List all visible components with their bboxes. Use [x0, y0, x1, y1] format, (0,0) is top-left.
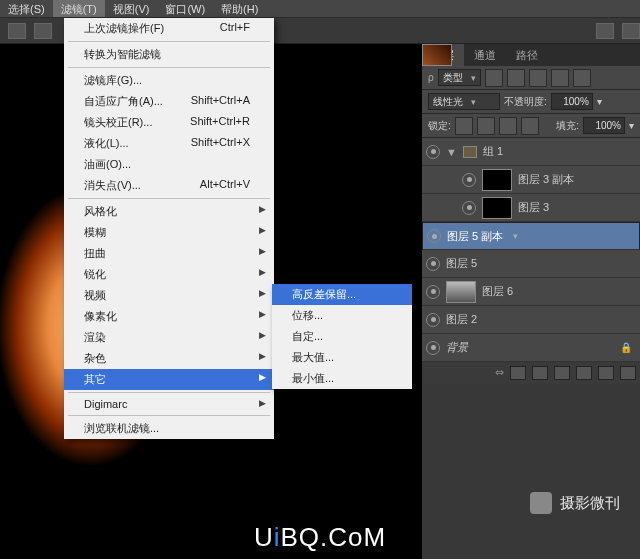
menu-item[interactable]: 液化(L)...Shift+Ctrl+X: [64, 133, 274, 154]
wechat-icon: [530, 492, 552, 514]
visibility-icon[interactable]: [462, 201, 476, 215]
lock-icon: 🔒: [620, 342, 632, 353]
group-icon[interactable]: [576, 366, 592, 380]
blend-mode-row: 线性光 不透明度: 100% ▾: [422, 90, 640, 114]
chevron-down-icon[interactable]: ▾: [597, 96, 602, 107]
layer-thumbnail: [482, 197, 512, 219]
filter-shape-icon[interactable]: [551, 69, 569, 87]
submenu-item[interactable]: 最小值...: [272, 368, 412, 389]
tool-preset-icon[interactable]: [8, 23, 26, 39]
layers-footer: ⇔: [422, 362, 640, 384]
tab-paths[interactable]: 路径: [506, 44, 548, 66]
menu-item[interactable]: 油画(O)...: [64, 154, 274, 175]
panel-tabs: 图层 通道 路径: [422, 44, 640, 66]
layer-row[interactable]: 图层 5: [422, 250, 640, 278]
fx-icon[interactable]: [510, 366, 526, 380]
visibility-icon[interactable]: [462, 173, 476, 187]
lock-position-icon[interactable]: [499, 117, 517, 135]
wechat-watermark: 摄影微刊: [530, 492, 620, 514]
layer-name: 图层 6: [482, 284, 513, 299]
right-panels: 图层 通道 路径 ρ 类型 线性光 不透明度: 100% ▾ 锁定: 填充: 1…: [422, 44, 640, 559]
site-watermark: UiBQ.CoM: [254, 522, 386, 553]
menu-item[interactable]: 镜头校正(R)...Shift+Ctrl+R: [64, 112, 274, 133]
link-icon[interactable]: ⇔: [495, 366, 504, 380]
layer-row[interactable]: 图层 3: [422, 194, 640, 222]
filter-type-icon[interactable]: [529, 69, 547, 87]
menu-filter[interactable]: 滤镜(T): [53, 0, 105, 17]
kind-select[interactable]: 类型: [438, 69, 481, 86]
menu-item[interactable]: 转换为智能滤镜: [64, 44, 274, 65]
tab-channels[interactable]: 通道: [464, 44, 506, 66]
menu-item[interactable]: 其它: [64, 369, 274, 390]
layer-row[interactable]: 背景🔒: [422, 334, 640, 362]
submenu-item[interactable]: 自定...: [272, 326, 412, 347]
menu-item[interactable]: 上次滤镜操作(F)Ctrl+F: [64, 18, 274, 39]
visibility-icon[interactable]: [426, 341, 440, 355]
menu-window[interactable]: 窗口(W): [157, 0, 213, 17]
layer-thumbnail: [446, 281, 476, 303]
filter-adjust-icon[interactable]: [507, 69, 525, 87]
lock-label: 锁定:: [428, 119, 451, 133]
opacity-label: 不透明度:: [504, 95, 547, 109]
adjustment-icon[interactable]: [554, 366, 570, 380]
visibility-icon[interactable]: [426, 313, 440, 327]
menubar: 选择(S) 滤镜(T) 视图(V) 窗口(W) 帮助(H): [0, 0, 640, 18]
menu-item[interactable]: 视频: [64, 285, 274, 306]
menu-item[interactable]: 消失点(V)...Alt+Ctrl+V: [64, 175, 274, 196]
blend-mode-select[interactable]: 线性光: [428, 93, 500, 110]
option-icon-2[interactable]: [596, 23, 614, 39]
chevron-down-icon[interactable]: ▾: [629, 120, 634, 131]
layer-name: 图层 2: [446, 312, 477, 327]
folder-icon: [463, 146, 477, 158]
trash-icon[interactable]: [620, 366, 636, 380]
menu-item[interactable]: 模糊: [64, 222, 274, 243]
menu-item[interactable]: 锐化: [64, 264, 274, 285]
fill-input[interactable]: 100%: [583, 117, 625, 134]
visibility-icon[interactable]: [426, 257, 440, 271]
visibility-icon[interactable]: [427, 229, 441, 243]
lock-image-icon[interactable]: [477, 117, 495, 135]
lock-all-icon[interactable]: [521, 117, 539, 135]
menu-item[interactable]: 渲染: [64, 327, 274, 348]
menu-item[interactable]: 像素化: [64, 306, 274, 327]
layer-thumbnail: [482, 169, 512, 191]
new-layer-icon[interactable]: [598, 366, 614, 380]
visibility-icon[interactable]: [426, 285, 440, 299]
visibility-icon[interactable]: [426, 145, 440, 159]
layer-row[interactable]: 图层 2: [422, 306, 640, 334]
lock-transparent-icon[interactable]: [455, 117, 473, 135]
submenu-item[interactable]: 最大值...: [272, 347, 412, 368]
menu-view[interactable]: 视图(V): [105, 0, 158, 17]
filter-pixel-icon[interactable]: [485, 69, 503, 87]
menu-help[interactable]: 帮助(H): [213, 0, 266, 17]
chevron-down-icon[interactable]: ▼: [446, 146, 457, 158]
opacity-input[interactable]: 100%: [551, 93, 593, 110]
menu-item[interactable]: 浏览联机滤镜...: [64, 418, 274, 439]
layer-name: 图层 3 副本: [518, 172, 574, 187]
menu-item[interactable]: 扭曲: [64, 243, 274, 264]
fill-label: 填充:: [556, 119, 579, 133]
option-icon-3[interactable]: [622, 23, 640, 39]
menu-item[interactable]: 风格化: [64, 201, 274, 222]
layer-row[interactable]: 图层 5 副本: [422, 222, 640, 250]
filter-smart-icon[interactable]: [573, 69, 591, 87]
layer-row[interactable]: ▼组 1: [422, 138, 640, 166]
option-icon-1[interactable]: [34, 23, 52, 39]
layer-row[interactable]: 图层 6: [422, 278, 640, 306]
submenu-item[interactable]: 位移...: [272, 305, 412, 326]
mask-icon[interactable]: [532, 366, 548, 380]
lock-row: 锁定: 填充: 100% ▾: [422, 114, 640, 138]
layer-name: 组 1: [483, 144, 503, 159]
menu-select[interactable]: 选择(S): [0, 0, 53, 17]
filter-menu: 上次滤镜操作(F)Ctrl+F转换为智能滤镜滤镜库(G)...自适应广角(A).…: [64, 18, 274, 439]
menu-item[interactable]: Digimarc: [64, 395, 274, 413]
menu-item[interactable]: 杂色: [64, 348, 274, 369]
layer-row[interactable]: 图层 3 副本: [422, 166, 640, 194]
menu-item[interactable]: 滤镜库(G)...: [64, 70, 274, 91]
submenu-item[interactable]: 高反差保留...: [272, 284, 412, 305]
layer-name: 背景: [446, 340, 468, 355]
layers-list: ▼组 1图层 3 副本图层 3图层 5 副本图层 5图层 6图层 2背景🔒: [422, 138, 640, 362]
layer-name: 图层 5: [446, 256, 477, 271]
search-icon[interactable]: ρ: [428, 72, 434, 83]
menu-item[interactable]: 自适应广角(A)...Shift+Ctrl+A: [64, 91, 274, 112]
